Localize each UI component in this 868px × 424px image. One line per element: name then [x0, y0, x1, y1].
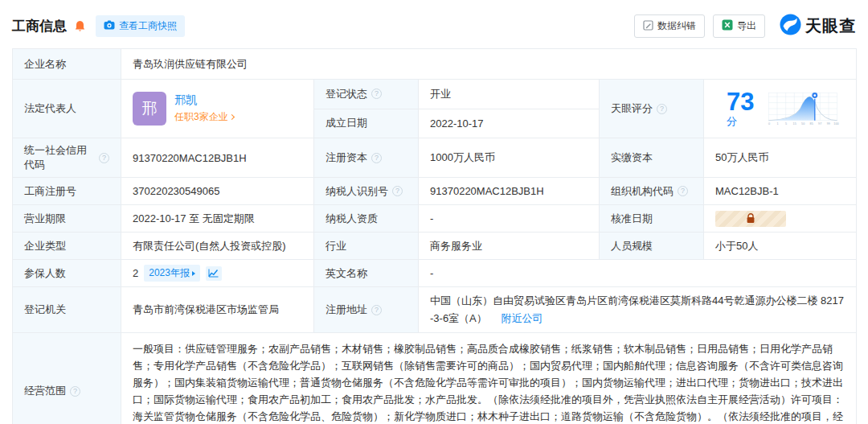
reg-capital-value: 1000万人民币 [419, 138, 600, 178]
score-marker-pin [812, 93, 817, 98]
insured-count-label: 参保人数 [13, 260, 121, 287]
credit-code-label: 统一社会信用代码 [24, 143, 95, 172]
taxpayer-id-value: 91370220MAC12BJB1H [419, 178, 600, 205]
help-icon[interactable] [392, 186, 403, 196]
nearby-companies-link[interactable]: 附近公司 [501, 312, 542, 324]
header-actions: 数据纠错 导出 天眼查 [634, 14, 856, 39]
industry-value: 商务服务业 [419, 233, 600, 260]
trend-chart-icon[interactable] [206, 266, 222, 281]
help-icon[interactable] [371, 89, 382, 99]
insured-count-cell: 2 2023年报 [121, 260, 314, 287]
svg-text:99: 99 [827, 122, 830, 126]
english-name-value: - [419, 260, 857, 287]
reg-authority-label: 登记机关 [13, 287, 121, 333]
triangle-right-icon [192, 271, 195, 276]
tianyan-score-cell[interactable]: 73分 [704, 80, 857, 138]
staff-size-label: 人员规模 [600, 233, 704, 260]
view-snapshot-button[interactable]: 查看工商快照 [96, 15, 185, 37]
excel-icon [722, 19, 733, 33]
lock-icon [746, 213, 755, 224]
insured-count-value: 2 [133, 267, 138, 279]
establish-date-label: 成立日期 [314, 109, 419, 138]
svg-text:5: 5 [785, 122, 787, 126]
reg-capital-label: 注册资本 [326, 150, 367, 165]
svg-text:97: 97 [818, 122, 821, 126]
reg-number-value: 370220230549065 [121, 178, 314, 205]
help-icon[interactable] [99, 153, 109, 163]
legal-rep-tenure-link[interactable]: 任职3家企业 [174, 110, 234, 124]
reg-address-value: 中国（山东）自由贸易试验区青岛片区前湾保税港区莫斯科路44号乾通源办公楼二楼 8… [430, 294, 844, 324]
svg-text:85: 85 [810, 122, 813, 126]
edit-icon [643, 20, 653, 33]
data-correction-button[interactable]: 数据纠错 [634, 14, 705, 38]
score-value: 73 [727, 88, 754, 116]
company-name-label: 企业名称 [13, 49, 121, 80]
taxpayer-quals-value: - [419, 205, 600, 233]
reg-authority-value: 青岛市前湾保税港区市场监管局 [121, 287, 314, 333]
legal-rep-label: 法定代表人 [13, 80, 121, 138]
locked-value-placeholder[interactable] [715, 211, 786, 227]
reg-status-label: 登记状态 [326, 87, 367, 101]
help-icon[interactable] [678, 186, 688, 196]
panel-header: 工商信息 查看工商快照 数据纠错 导出 [0, 0, 868, 47]
help-icon[interactable] [371, 153, 382, 163]
reg-address-label: 注册地址 [326, 303, 367, 317]
company-type-label: 企业类型 [13, 233, 121, 260]
legal-rep-name-link[interactable]: 邢凯 [174, 93, 197, 106]
legal-rep-cell: 邢 邢凯 任职3家企业 [121, 80, 314, 138]
reg-address-cell: 中国（山东）自由贸易试验区青岛片区前湾保税港区莫斯科路44号乾通源办公楼二楼 8… [419, 287, 857, 333]
taxpayer-quals-label: 纳税人资质 [314, 205, 419, 233]
svg-text:15: 15 [793, 122, 796, 126]
establish-date-value: 2022-10-17 [419, 109, 600, 138]
business-scope-label: 经营范围 [24, 384, 66, 398]
tianyan-score-label: 天眼评分 [611, 101, 653, 116]
score-distribution-chart: 0 1 5 15 50 85 97 99 100 [766, 86, 840, 131]
paid-capital-value: 50万人民币 [704, 138, 857, 178]
panel-title: 工商信息 [12, 17, 67, 35]
taxpayer-id-label: 纳税人识别号 [326, 184, 388, 199]
export-button[interactable]: 导出 [713, 14, 765, 38]
company-type-value: 有限责任公司(自然人投资或控股) [121, 233, 314, 260]
tianyancha-logo-text: 天眼查 [805, 15, 856, 37]
legal-rep-avatar[interactable]: 邢 [133, 92, 166, 126]
help-icon[interactable] [657, 104, 667, 114]
credit-code-value: 91370220MAC12BJB1H [121, 138, 314, 178]
business-term-label: 营业期限 [13, 205, 121, 233]
svg-text:0: 0 [768, 122, 770, 126]
org-code-value: MAC12BJB-1 [704, 178, 857, 205]
industry-label: 行业 [314, 233, 419, 260]
business-info-table: 企业名称 青岛玖润供应链有限公司 法定代表人 邢 邢凯 任职3家企业 登记状态 … [12, 48, 857, 424]
svg-text:50: 50 [801, 122, 805, 126]
org-code-label: 组织机构代码 [611, 184, 674, 199]
help-icon[interactable] [371, 305, 382, 315]
annual-report-badge[interactable]: 2023年报 [144, 265, 200, 282]
staff-size-value: 小于50人 [704, 233, 857, 260]
camera-icon [104, 20, 115, 32]
data-correction-label: 数据纠错 [657, 19, 696, 33]
reg-number-label: 工商注册号 [13, 178, 121, 205]
chevron-right-icon [229, 114, 235, 120]
paid-capital-label: 实缴资本 [600, 138, 704, 178]
tianyancha-logo-icon [780, 14, 801, 39]
approval-date-value [704, 205, 857, 233]
help-icon[interactable] [70, 386, 80, 397]
tianyancha-logo[interactable]: 天眼查 [780, 14, 856, 39]
business-scope-value: 一般项目：供应链管理服务；农副产品销售；木材销售；橡胶制品销售；高品质合成橡胶销… [121, 333, 857, 424]
svg-text:100: 100 [833, 122, 838, 126]
score-unit: 分 [727, 115, 737, 127]
english-name-label: 英文名称 [314, 260, 419, 287]
svg-text:1: 1 [777, 122, 779, 126]
business-info-panel: 工商信息 查看工商快照 数据纠错 导出 [0, 0, 868, 424]
monitor-bell-icon[interactable] [74, 20, 86, 33]
view-snapshot-label: 查看工商快照 [119, 19, 177, 33]
company-name-value: 青岛玖润供应链有限公司 [121, 49, 857, 80]
business-term-value: 2022-10-17 至 无固定期限 [121, 205, 314, 233]
approval-date-label: 核准日期 [600, 205, 704, 233]
reg-status-value: 开业 [419, 80, 600, 109]
export-label: 导出 [737, 19, 756, 33]
